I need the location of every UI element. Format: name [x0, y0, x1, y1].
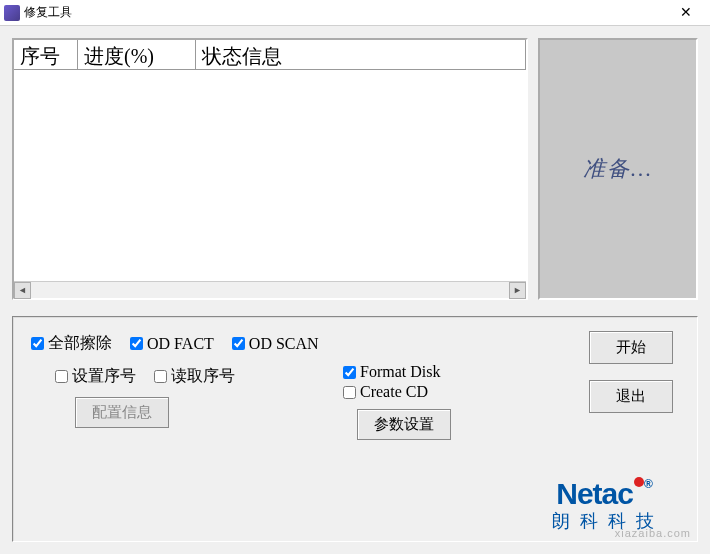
close-icon: ✕ — [680, 4, 692, 21]
config-row: 配置信息 — [75, 397, 235, 428]
close-button[interactable]: ✕ — [666, 1, 706, 25]
set-serial-label: 设置序号 — [72, 366, 136, 387]
options-row-1: 全部擦除 OD FACT OD SCAN — [31, 333, 679, 354]
col-serial[interactable]: 序号 — [14, 40, 78, 70]
od-scan-input[interactable] — [232, 337, 245, 350]
options-panel: 全部擦除 OD FACT OD SCAN 设置序号 读取序号 — [12, 316, 698, 542]
progress-table: 序号 进度(%) 状态信息 ◄ ► — [12, 38, 528, 300]
brand-name: Netac® — [529, 477, 679, 511]
read-serial-checkbox[interactable]: 读取序号 — [154, 366, 235, 387]
brand-logo: Netac® 朗科科技 — [529, 477, 679, 533]
table-headers: 序号 进度(%) 状态信息 — [14, 40, 526, 70]
start-button[interactable]: 开始 — [589, 331, 673, 364]
brand-reg: ® — [644, 477, 652, 491]
options-row-2: 设置序号 读取序号 — [55, 366, 235, 387]
watermark: xiazaiba.com — [615, 527, 691, 539]
h-scrollbar[interactable]: ◄ ► — [14, 281, 526, 298]
status-panel: 准备... — [538, 38, 698, 300]
od-fact-input[interactable] — [130, 337, 143, 350]
scroll-right-icon[interactable]: ► — [509, 282, 526, 299]
col-status[interactable]: 状态信息 — [196, 40, 526, 70]
col-progress[interactable]: 进度(%) — [78, 40, 196, 70]
config-info-button: 配置信息 — [75, 397, 169, 428]
status-text: 准备... — [583, 154, 654, 184]
format-disk-checkbox[interactable]: Format Disk — [343, 363, 451, 381]
set-serial-input[interactable] — [55, 370, 68, 383]
od-scan-label: OD SCAN — [249, 335, 319, 353]
format-disk-input[interactable] — [343, 366, 356, 379]
od-scan-checkbox[interactable]: OD SCAN — [232, 335, 319, 353]
mid-column: Format Disk Create CD 参数设置 — [343, 363, 451, 440]
create-cd-checkbox[interactable]: Create CD — [343, 383, 451, 401]
erase-all-label: 全部擦除 — [48, 333, 112, 354]
table-body — [14, 70, 526, 281]
scroll-left-icon[interactable]: ◄ — [14, 282, 31, 299]
format-disk-label: Format Disk — [360, 363, 440, 381]
set-serial-checkbox[interactable]: 设置序号 — [55, 366, 136, 387]
param-settings-button[interactable]: 参数设置 — [357, 409, 451, 440]
read-serial-label: 读取序号 — [171, 366, 235, 387]
read-serial-input[interactable] — [154, 370, 167, 383]
left-column: 设置序号 读取序号 配置信息 — [31, 354, 235, 428]
app-icon — [4, 5, 20, 21]
create-cd-label: Create CD — [360, 383, 428, 401]
brand-name-text: Netac — [556, 477, 633, 510]
exit-button[interactable]: 退出 — [589, 380, 673, 413]
erase-all-input[interactable] — [31, 337, 44, 350]
top-row: 序号 进度(%) 状态信息 ◄ ► 准备... — [12, 38, 698, 300]
od-fact-label: OD FACT — [147, 335, 214, 353]
action-buttons: 开始 退出 — [589, 331, 673, 413]
brand-dot-icon — [634, 477, 644, 487]
od-fact-checkbox[interactable]: OD FACT — [130, 335, 214, 353]
client-area: 序号 进度(%) 状态信息 ◄ ► 准备... 全部擦除 OD FACT — [0, 26, 710, 554]
erase-all-checkbox[interactable]: 全部擦除 — [31, 333, 112, 354]
window-title: 修复工具 — [24, 4, 666, 21]
create-cd-input[interactable] — [343, 386, 356, 399]
titlebar: 修复工具 ✕ — [0, 0, 710, 26]
